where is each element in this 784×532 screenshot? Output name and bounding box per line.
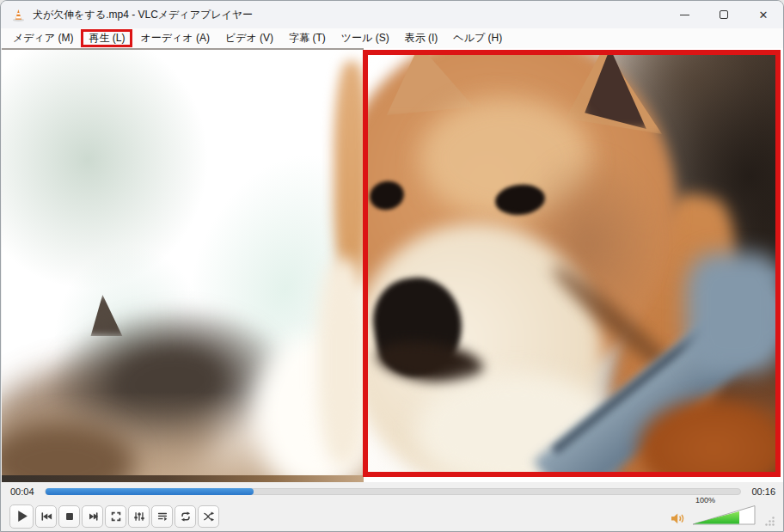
maximize-button[interactable]	[704, 1, 744, 28]
stop-icon	[64, 511, 76, 523]
elapsed-time[interactable]: 00:04	[10, 486, 40, 497]
control-bar: 00:04 00:16	[2, 482, 784, 531]
video-frame[interactable]	[2, 48, 784, 484]
seek-bar[interactable]	[45, 488, 741, 495]
volume-wedge	[692, 504, 756, 525]
dog-fur-edge	[318, 259, 368, 465]
menu-item-help[interactable]: ヘルプ (H)	[445, 29, 510, 47]
resize-grip-icon[interactable]	[764, 516, 775, 527]
volume-area: 100%	[671, 504, 775, 529]
previous-icon	[40, 511, 52, 523]
menu-item-video[interactable]: ビデオ (V)	[217, 29, 281, 47]
window-title: 犬が欠伸をする.mp4 - VLCメディアプレイヤー	[33, 8, 253, 22]
annotation-box-dog	[363, 50, 781, 477]
seek-row: 00:04 00:16	[2, 482, 784, 501]
maximize-icon	[720, 10, 728, 19]
menu-item-playback[interactable]: 再生 (L)	[81, 29, 132, 47]
menu-bar: メディア (M) 再生 (L) オーディオ (A) ビデオ (V) 字幕 (T)…	[1, 28, 783, 48]
vlc-cone-icon	[11, 8, 26, 22]
random-button[interactable]	[198, 505, 219, 528]
volume-slider[interactable]: 100%	[692, 504, 756, 525]
next-button[interactable]	[82, 505, 103, 528]
playlist-icon	[156, 511, 168, 523]
previous-button[interactable]	[35, 505, 57, 528]
video-edge	[2, 48, 364, 50]
menu-item-tools[interactable]: ツール (S)	[334, 29, 397, 47]
speaker-icon[interactable]	[671, 512, 687, 525]
menu-item-audio[interactable]: オーディオ (A)	[132, 29, 217, 47]
minimize-icon	[680, 15, 689, 15]
loop-icon	[180, 511, 192, 523]
minimize-button[interactable]	[665, 1, 704, 28]
random-icon	[203, 511, 215, 523]
stop-button[interactable]	[58, 505, 80, 528]
transport-row: 100%	[2, 501, 784, 531]
window-controls: ✕	[665, 1, 783, 28]
close-button[interactable]: ✕	[744, 1, 783, 28]
total-time[interactable]: 00:16	[746, 486, 775, 497]
extended-settings-icon	[133, 511, 145, 523]
menu-item-view[interactable]: 表示 (I)	[397, 29, 446, 47]
playlist-button[interactable]	[151, 505, 173, 528]
volume-percent-label: 100%	[695, 496, 715, 504]
menu-item-media[interactable]: メディア (M)	[5, 29, 81, 47]
menu-item-subtitle[interactable]: 字幕 (T)	[281, 29, 334, 47]
play-button[interactable]	[9, 504, 34, 529]
title-bar[interactable]: 犬が欠伸をする.mp4 - VLCメディアプレイヤー ✕	[1, 1, 783, 28]
loop-button[interactable]	[175, 505, 196, 528]
seek-progress	[46, 488, 254, 495]
play-icon	[15, 509, 29, 523]
extended-settings-button[interactable]	[128, 505, 150, 528]
close-icon: ✕	[759, 9, 769, 21]
denim-harness-upper	[686, 253, 781, 373]
fullscreen-button[interactable]	[105, 505, 126, 528]
next-icon	[87, 511, 99, 523]
fullscreen-icon	[110, 511, 122, 523]
vlc-window: 犬が欠伸をする.mp4 - VLCメディアプレイヤー ✕ メディア (M) 再生…	[0, 0, 784, 532]
